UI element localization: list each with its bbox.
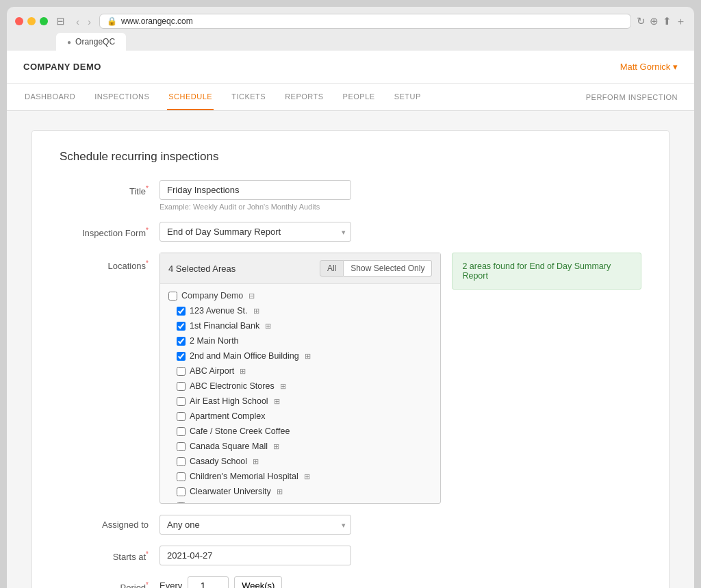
- nav-item-tickets[interactable]: TICKETS: [230, 84, 267, 110]
- period-row: Period* Every Week(s): [60, 576, 641, 588]
- traffic-light-red[interactable]: [15, 17, 23, 25]
- inspection-form-select-wrapper: End of Day Summary Report ▾: [160, 222, 351, 242]
- location-label-2-main-north: 2 Main North: [190, 336, 239, 346]
- nav-item-inspections[interactable]: INSPECTIONS: [93, 84, 151, 110]
- location-checkbox-123-avenue[interactable]: [177, 307, 186, 316]
- tab-icon: ●: [67, 38, 71, 46]
- location-checkbox-abc-airport[interactable]: [177, 367, 186, 376]
- inspection-form-control: End of Day Summary Report ▾: [160, 222, 641, 242]
- expand-icon-childrens-memorial[interactable]: ⊞: [304, 472, 310, 481]
- nav-item-reports[interactable]: REPORTS: [283, 84, 324, 110]
- period-control: Every Week(s): [160, 576, 641, 588]
- location-label-convention-center: Convention Center: [190, 502, 261, 503]
- title-control: Example: Weekly Audit or John's Monthly …: [160, 180, 641, 211]
- nav-item-schedule[interactable]: SCHEDULE: [167, 84, 214, 110]
- location-label-abc-airport: ABC Airport: [190, 366, 234, 376]
- expand-icon-casady-school[interactable]: ⊞: [253, 457, 259, 466]
- page-title: Schedule recurring inspections: [60, 150, 641, 164]
- tab-label: OrangeQC: [75, 37, 115, 47]
- inspection-form-row: Inspection Form* End of Day Summary Repo…: [60, 222, 641, 242]
- location-checkbox-clearwater[interactable]: [177, 487, 186, 496]
- inspection-form-select[interactable]: End of Day Summary Report: [160, 222, 351, 242]
- location-checkbox-childrens-memorial[interactable]: [177, 472, 186, 481]
- location-label-canada-square: Canada Square Mall: [190, 442, 268, 451]
- title-hint: Example: Weekly Audit or John's Monthly …: [160, 203, 641, 211]
- url-display: www.orangeqc.com: [121, 16, 193, 26]
- location-checkbox-apartment[interactable]: [177, 412, 186, 421]
- location-item-cafe: Cafe / Stone Creek Coffee: [160, 424, 440, 439]
- location-checkbox-casady-school[interactable]: [177, 457, 186, 466]
- assigned-to-control: Any one ▾: [160, 515, 641, 535]
- traffic-light-yellow[interactable]: [27, 17, 36, 25]
- expand-icon-canada-square[interactable]: ⊞: [273, 442, 279, 451]
- browser-tab[interactable]: ● OrangeQC: [56, 33, 126, 51]
- period-number-input[interactable]: [188, 576, 229, 588]
- reload-icon[interactable]: ↻: [637, 15, 646, 27]
- assigned-to-row: Assigned to Any one ▾: [60, 515, 641, 535]
- sidebar-toggle-button[interactable]: ⊟: [53, 14, 68, 29]
- title-input[interactable]: [160, 180, 351, 200]
- period-unit-button[interactable]: Week(s): [234, 576, 282, 588]
- starts-at-control: [160, 546, 641, 565]
- bookmark-icon[interactable]: ⊕: [650, 15, 659, 27]
- locations-count: 4 Selected Areas: [168, 264, 235, 274]
- inspection-form-label: Inspection Form*: [60, 222, 149, 238]
- nav-item-people[interactable]: PEOPLE: [342, 84, 377, 110]
- expand-icon-abc-electronic[interactable]: ⊞: [280, 382, 286, 391]
- location-label-2nd-and-main: 2nd and Main Office Building: [190, 351, 299, 361]
- assigned-to-select-wrapper: Any one ▾: [160, 515, 351, 535]
- new-tab-icon[interactable]: ＋: [676, 15, 686, 28]
- top-navbar: COMPANY DEMO Matt Gornick: [7, 51, 694, 84]
- share-icon[interactable]: ⬆: [663, 15, 672, 27]
- location-checkbox-2nd-and-main[interactable]: [177, 352, 186, 361]
- location-label-abc-electronic: ABC Electronic Stores: [190, 381, 275, 391]
- expand-icon-abc-airport[interactable]: ⊞: [240, 367, 246, 376]
- location-label-company-demo: Company Demo: [181, 291, 243, 301]
- filter-selected-button[interactable]: Show Selected Only: [344, 260, 432, 277]
- locations-row: Locations* 4 Selected Areas All Show Sel…: [60, 253, 641, 504]
- perform-inspection-link[interactable]: PERFORM INSPECTION: [586, 93, 678, 101]
- traffic-light-green[interactable]: [40, 17, 48, 25]
- locations-label: Locations*: [60, 253, 149, 271]
- location-checkbox-1st-financial[interactable]: [177, 322, 186, 331]
- forward-button[interactable]: ›: [85, 14, 94, 29]
- company-name: COMPANY DEMO: [23, 62, 101, 72]
- lock-icon: 🔒: [107, 16, 117, 26]
- locations-control: 4 Selected Areas All Show Selected Only: [160, 253, 641, 504]
- period-every-label: Every: [160, 580, 182, 588]
- back-button[interactable]: ‹: [73, 14, 82, 29]
- location-item-123-avenue: 123 Avenue St. ⊞: [160, 303, 440, 318]
- expand-icon-123-avenue[interactable]: ⊞: [253, 307, 259, 316]
- user-menu[interactable]: Matt Gornick: [620, 62, 678, 72]
- expand-icon-convention-center[interactable]: ⊞: [266, 502, 272, 504]
- location-label-apartment: Apartment Complex: [190, 411, 265, 421]
- nav-item-setup[interactable]: SETUP: [393, 84, 422, 110]
- location-item-air-east: Air East High School ⊞: [160, 394, 440, 409]
- nav-item-dashboard[interactable]: DASHBOARD: [23, 84, 77, 110]
- starts-at-input[interactable]: [160, 546, 351, 565]
- locations-header: 4 Selected Areas All Show Selected Only: [160, 253, 440, 284]
- period-inputs: Every Week(s): [160, 576, 641, 588]
- assigned-to-select[interactable]: Any one: [160, 515, 351, 535]
- location-checkbox-canada-square[interactable]: [177, 442, 186, 451]
- expand-icon-company-demo[interactable]: ⊟: [248, 292, 255, 301]
- location-checkbox-convention-center[interactable]: [177, 502, 186, 504]
- location-checkbox-abc-electronic[interactable]: [177, 382, 186, 391]
- filter-all-button[interactable]: All: [320, 260, 344, 277]
- location-checkbox-air-east[interactable]: [177, 397, 186, 406]
- location-label-cafe: Cafe / Stone Creek Coffee: [190, 426, 290, 436]
- starts-at-label: Starts at*: [60, 546, 149, 562]
- expand-icon-clearwater[interactable]: ⊞: [277, 487, 283, 496]
- location-checkbox-cafe[interactable]: [177, 427, 186, 436]
- title-row: Title* Example: Weekly Audit or John's M…: [60, 180, 641, 211]
- expand-icon-2nd-and-main[interactable]: ⊞: [305, 352, 311, 361]
- location-checkbox-2-main-north[interactable]: [177, 337, 186, 346]
- location-item-casady-school: Casady School ⊞: [160, 454, 440, 469]
- location-label-clearwater: Clearwater University: [190, 487, 271, 496]
- locations-filter-buttons: All Show Selected Only: [320, 260, 432, 277]
- starts-at-row: Starts at*: [60, 546, 641, 565]
- location-item-company-demo: Company Demo ⊟: [160, 288, 440, 303]
- expand-icon-1st-financial[interactable]: ⊞: [265, 322, 271, 331]
- expand-icon-air-east[interactable]: ⊞: [274, 397, 280, 406]
- location-checkbox-company-demo[interactable]: [168, 292, 177, 301]
